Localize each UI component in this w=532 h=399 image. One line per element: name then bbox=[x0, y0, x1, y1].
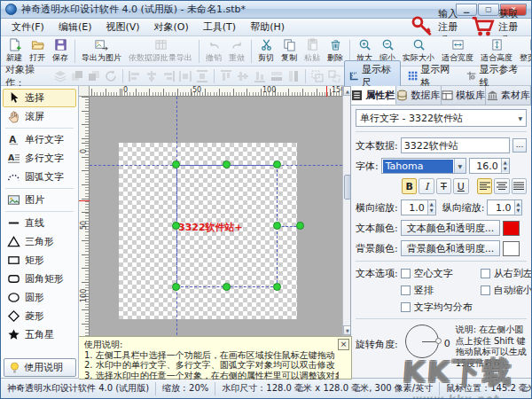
bg-color-button[interactable]: 背景颜色和透明度... bbox=[401, 240, 501, 256]
rounded-rectangle-icon bbox=[7, 272, 20, 286]
option-hollow-text[interactable]: 空心文字 bbox=[401, 267, 477, 280]
chevron-down-icon[interactable]: ▼ bbox=[454, 159, 466, 173]
h-scale-spinner[interactable]: 1.0 ▲▼ bbox=[401, 200, 436, 215]
same-width-button[interactable] bbox=[270, 69, 284, 83]
text-data-input[interactable]: 3322软件站 bbox=[401, 137, 510, 153]
tool-multi-line-text[interactable]: A 多行文字 bbox=[3, 149, 76, 168]
checkbox-icon[interactable] bbox=[401, 286, 411, 295]
spinner-arrows[interactable]: ▲▼ bbox=[427, 200, 435, 215]
selection-rotation-handle[interactable] bbox=[296, 222, 304, 230]
new-button[interactable]: 新建 bbox=[3, 36, 26, 66]
strikethrough-button[interactable]: T bbox=[436, 178, 451, 194]
rotation-dial[interactable] bbox=[405, 325, 439, 358]
italic-button[interactable]: I bbox=[419, 178, 434, 194]
toolbox-separator bbox=[5, 211, 74, 212]
font-dropdown[interactable]: Tahoma ▼ bbox=[381, 158, 466, 174]
usage-help-button[interactable]: 使用说明 bbox=[4, 358, 76, 377]
send-backward-button[interactable] bbox=[87, 69, 101, 83]
undo-button[interactable]: 撤销 bbox=[202, 36, 225, 66]
tool-select[interactable]: 选择 bbox=[3, 89, 76, 107]
option-even-distribution[interactable]: 文字均匀分布 bbox=[401, 301, 477, 314]
paste-button[interactable]: 粘贴 bbox=[301, 36, 324, 66]
tool-star[interactable]: 五角星 bbox=[3, 325, 76, 344]
rotation-dial-knob[interactable] bbox=[435, 338, 442, 344]
menu-edit[interactable]: 编辑(E) bbox=[51, 19, 99, 35]
text-color-button[interactable]: 文本颜色和透明度... bbox=[401, 220, 501, 236]
align-justify-button[interactable] bbox=[512, 178, 527, 194]
bring-forward-button[interactable] bbox=[70, 69, 84, 83]
export-image-button[interactable]: 导出为图片 bbox=[78, 36, 125, 66]
tool-pan[interactable]: 滚屏 bbox=[3, 107, 76, 126]
text-data-more-button[interactable]: ... bbox=[512, 138, 527, 153]
tab-database[interactable]: 数据库 bbox=[396, 86, 442, 105]
show-ruler-label: 显示标尺 bbox=[362, 63, 395, 90]
checkbox-icon[interactable] bbox=[401, 302, 411, 312]
tool-diamond[interactable]: 菱形 bbox=[3, 307, 76, 325]
checkbox-icon[interactable] bbox=[481, 269, 490, 278]
tab-materials[interactable]: 素材库 bbox=[486, 86, 531, 105]
align-right-button[interactable] bbox=[161, 69, 176, 83]
spinner-arrows[interactable]: ▲▼ bbox=[501, 159, 509, 173]
tab-properties[interactable]: 属性栏 bbox=[351, 86, 396, 105]
selection-handle-top-center[interactable] bbox=[223, 160, 231, 168]
image-icon bbox=[7, 193, 20, 207]
tool-rounded-rectangle[interactable]: 圆角矩形 bbox=[3, 270, 76, 288]
checkbox-icon[interactable] bbox=[401, 269, 411, 278]
selection-handle-top-left[interactable] bbox=[172, 160, 180, 168]
copy-button[interactable]: 复制 bbox=[278, 36, 301, 66]
distribute-h-button[interactable] bbox=[178, 69, 192, 83]
same-height-button[interactable] bbox=[286, 69, 301, 83]
align-bottom-button[interactable] bbox=[253, 69, 267, 83]
align-center-button[interactable] bbox=[494, 178, 509, 194]
tool-single-line-text[interactable]: A 单行文字 bbox=[3, 130, 76, 149]
help-panel-close-button[interactable]: × bbox=[338, 339, 349, 350]
rotate-object-button[interactable] bbox=[104, 69, 118, 83]
v-scale-spinner[interactable]: 1.0 ▲▼ bbox=[487, 200, 522, 215]
menu-file[interactable]: 文件(F) bbox=[4, 19, 51, 35]
redo-label: 重做 bbox=[229, 52, 245, 64]
open-button[interactable]: 打开 bbox=[26, 36, 49, 66]
align-center-h-button[interactable] bbox=[145, 69, 159, 83]
watermark-text-object[interactable]: 3322软件站+ bbox=[178, 221, 243, 234]
tool-image[interactable]: 图片 bbox=[3, 191, 76, 209]
menu-object[interactable]: 对象(O) bbox=[147, 19, 196, 35]
redo-button[interactable]: 重做 bbox=[225, 36, 248, 66]
arrange-layer-button[interactable] bbox=[53, 69, 67, 83]
menu-help[interactable]: 帮助(H) bbox=[243, 19, 292, 35]
tool-circle[interactable]: 圆形 bbox=[3, 288, 76, 307]
tool-triangle[interactable]: 三角形 bbox=[3, 232, 76, 251]
save-button[interactable]: 保存 bbox=[49, 36, 72, 66]
align-top-button[interactable] bbox=[219, 69, 233, 83]
group-button[interactable] bbox=[310, 69, 325, 83]
option-right-to-left[interactable]: 从右到左显示 bbox=[481, 267, 532, 280]
selection-handle-top-right[interactable] bbox=[273, 160, 281, 168]
object-selector-dropdown[interactable]: 单行文字 - 3322软件站 ▼ bbox=[356, 109, 527, 127]
selection-handle-bottom-left[interactable] bbox=[172, 283, 180, 291]
distribute-v-button[interactable] bbox=[195, 69, 209, 83]
menu-tools[interactable]: 工具(T) bbox=[196, 19, 243, 35]
selection-handle-middle-right[interactable] bbox=[273, 222, 281, 230]
menu-view[interactable]: 视图(V) bbox=[98, 19, 146, 35]
font-size-spinner[interactable]: 16.0 ▲▼ bbox=[469, 158, 510, 174]
align-left-button[interactable] bbox=[128, 69, 142, 83]
align-middle-button[interactable] bbox=[236, 69, 250, 83]
spinner-arrows[interactable]: ▲▼ bbox=[514, 200, 522, 215]
diamond-icon bbox=[7, 309, 20, 323]
bold-button[interactable]: B bbox=[402, 178, 417, 194]
tool-rectangle[interactable]: 矩形 bbox=[3, 251, 76, 270]
tool-arc-text[interactable]: 圆弧文字 bbox=[3, 168, 76, 186]
align-left-button[interactable] bbox=[477, 178, 492, 194]
selection-handle-bottom-center[interactable] bbox=[223, 283, 231, 291]
tab-templates[interactable]: 模板库 bbox=[442, 86, 487, 105]
batch-export-button[interactable]: 依数据源批量导出 bbox=[125, 36, 196, 66]
option-auto-shrink-font[interactable]: 自动缩小字体 bbox=[481, 284, 532, 297]
option-vertical-text[interactable]: 竖排 bbox=[401, 284, 477, 297]
selection-handle-bottom-right[interactable] bbox=[273, 283, 281, 291]
checkbox-icon[interactable] bbox=[481, 286, 490, 295]
tool-line[interactable]: 直线 bbox=[3, 214, 76, 232]
cut-button[interactable]: 剪切 bbox=[254, 36, 278, 66]
horizontal-ruler: 0 50 100 150 bbox=[90, 86, 342, 97]
ungroup-button[interactable] bbox=[327, 69, 341, 83]
selection-handle-middle-left[interactable] bbox=[172, 222, 180, 230]
underline-button[interactable]: U bbox=[453, 178, 468, 194]
